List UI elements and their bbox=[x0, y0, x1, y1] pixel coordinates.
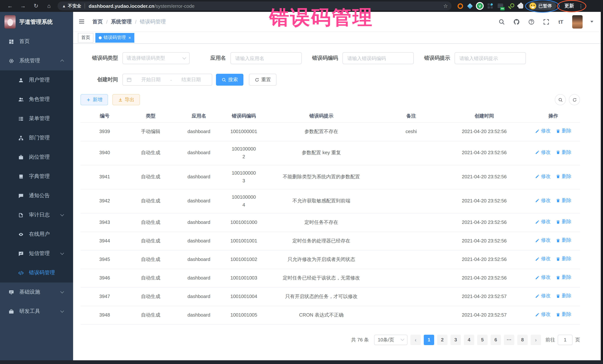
page-button-8[interactable]: 8 bbox=[517, 334, 528, 345]
sidebar-item-notice[interactable]: 通知公告 bbox=[0, 186, 73, 205]
sidebar-item-infrastructure[interactable]: 基础设施 bbox=[0, 282, 73, 302]
sidebar-item-label: 部门管理 bbox=[29, 134, 50, 141]
cell-error-code: 1001000004 bbox=[225, 189, 262, 213]
app-title: 芋道管理系统 bbox=[19, 18, 53, 25]
end-date-placeholder: 结束日期 bbox=[174, 76, 208, 83]
forward-icon[interactable]: → bbox=[20, 0, 26, 12]
edit-link[interactable]: 修改 bbox=[535, 173, 551, 180]
delete-link[interactable]: 删除 bbox=[556, 292, 571, 300]
sidebar-item-dept-management[interactable]: 部门管理 bbox=[0, 128, 73, 147]
delete-link[interactable]: 删除 bbox=[556, 149, 571, 156]
edit-link[interactable]: 修改 bbox=[535, 292, 551, 300]
bookmark-star-icon[interactable]: ☆ bbox=[443, 3, 448, 9]
breadcrumb-item[interactable]: 首页 bbox=[93, 18, 103, 25]
extension-green-v-icon[interactable]: V bbox=[477, 3, 483, 9]
prev-page-button[interactable]: ‹ bbox=[410, 334, 421, 345]
fullscreen-icon[interactable] bbox=[543, 18, 550, 25]
search-icon[interactable] bbox=[498, 18, 505, 25]
cell-type: 自动生成 bbox=[129, 141, 173, 165]
edit-link[interactable]: 修改 bbox=[535, 237, 551, 244]
error-hint-input[interactable] bbox=[454, 52, 526, 64]
dev-tools-icon bbox=[8, 309, 14, 314]
edit-link[interactable]: 修改 bbox=[535, 149, 551, 156]
delete-link[interactable]: 删除 bbox=[556, 127, 571, 135]
sidebar-item-dev-tools[interactable]: 研发工具 bbox=[0, 302, 73, 321]
app-name-input[interactable] bbox=[231, 52, 302, 64]
refresh-table-button[interactable] bbox=[569, 94, 580, 105]
delete-link[interactable]: 删除 bbox=[556, 255, 571, 263]
goto-page-input[interactable] bbox=[558, 334, 573, 345]
sidebar-item-dict-management[interactable]: 字典管理 bbox=[0, 167, 73, 186]
back-icon[interactable]: ← bbox=[7, 0, 13, 12]
window-scrollbar[interactable] bbox=[601, 12, 603, 360]
sidebar-item-online-user[interactable]: 在线用户 bbox=[0, 225, 73, 244]
add-button[interactable]: 新增 bbox=[81, 94, 108, 105]
reload-icon[interactable]: ↻ bbox=[33, 0, 39, 12]
browser-menu-icon[interactable]: ⋮ bbox=[579, 3, 583, 9]
breadcrumb-item[interactable]: 系统管理 bbox=[111, 18, 132, 25]
close-tab-icon[interactable]: × bbox=[128, 35, 131, 40]
sidebar-item-error-code-management[interactable]: 错误码管理 bbox=[0, 263, 73, 282]
extension-squares-icon[interactable] bbox=[487, 3, 493, 9]
address-bar[interactable]: ▲ 不安全 dashboard.yudao.iocoder.cn/system/… bbox=[58, 1, 452, 10]
error-code-input[interactable] bbox=[343, 52, 414, 64]
github-icon[interactable] bbox=[513, 18, 520, 25]
edit-link[interactable]: 修改 bbox=[535, 311, 551, 319]
sidebar-item-post-management[interactable]: 岗位管理 bbox=[0, 147, 73, 167]
sidebar-item-sms-management[interactable]: 短信管理 bbox=[0, 244, 73, 263]
tab-error-code[interactable]: 错误码管理× bbox=[95, 33, 134, 43]
extension-blue-gem-icon[interactable] bbox=[468, 4, 472, 8]
sidebar-item-user-management[interactable]: 用户管理 bbox=[0, 70, 73, 90]
error-type-select[interactable]: 请选择错误码类型 bbox=[122, 52, 190, 64]
sidebar-item-role-management[interactable]: 角色管理 bbox=[0, 90, 73, 109]
page-button-3[interactable]: 3 bbox=[451, 334, 461, 345]
edit-link[interactable]: 修改 bbox=[535, 197, 551, 205]
extension-key-icon[interactable] bbox=[508, 3, 514, 9]
export-button[interactable]: 导出 bbox=[112, 94, 140, 105]
home-icon[interactable]: ⌂ bbox=[46, 0, 52, 12]
delete-link[interactable]: 删除 bbox=[556, 311, 571, 319]
cell-error-code: 1001001002 bbox=[225, 250, 262, 269]
extension-on-badge-icon[interactable]: on bbox=[498, 4, 503, 8]
update-button[interactable]: 更新 bbox=[564, 3, 574, 9]
extension-puzzle-icon[interactable] bbox=[518, 3, 523, 8]
cell-error-hint: 定时任务已经处于该状态，无需修改 bbox=[262, 269, 380, 287]
sidebar-logo-row[interactable]: 芋道管理系统 bbox=[0, 12, 73, 32]
delete-link[interactable]: 删除 bbox=[556, 274, 571, 282]
sidebar-item-home[interactable]: 首页 bbox=[0, 32, 73, 51]
page-button-2[interactable]: 2 bbox=[437, 334, 448, 345]
profile-paused-chip[interactable]: 已暂停 bbox=[528, 1, 556, 10]
edit-link[interactable]: 修改 bbox=[535, 218, 551, 226]
search-button[interactable]: 搜索 bbox=[216, 74, 244, 86]
create-time-range-picker[interactable]: 开始日期 - 结束日期 bbox=[122, 74, 212, 86]
page-size-select[interactable]: 10条/页 bbox=[374, 334, 407, 345]
hamburger-icon[interactable] bbox=[78, 18, 86, 25]
table-row: 3942自动生成dashboard1001000004不允许获取敏感配置到前端2… bbox=[81, 189, 580, 213]
edit-link[interactable]: 修改 bbox=[535, 127, 551, 135]
chevron-down-icon bbox=[60, 213, 64, 216]
page-button-4[interactable]: 4 bbox=[464, 334, 474, 345]
delete-link[interactable]: 删除 bbox=[556, 197, 571, 205]
reset-button[interactable]: 重置 bbox=[249, 74, 277, 86]
delete-link[interactable]: 删除 bbox=[556, 173, 571, 180]
page-button-1[interactable]: 1 bbox=[424, 334, 434, 345]
user-avatar[interactable] bbox=[572, 15, 583, 28]
edit-link[interactable]: 修改 bbox=[535, 274, 551, 282]
tab-home[interactable]: 首页 bbox=[78, 33, 93, 43]
sidebar-item-menu-management[interactable]: 菜单管理 bbox=[0, 109, 73, 128]
page-button-6[interactable]: 6 bbox=[491, 334, 501, 345]
sidebar-item-system-management[interactable]: 系统管理 bbox=[0, 51, 73, 70]
edit-link[interactable]: 修改 bbox=[535, 255, 551, 263]
delete-link[interactable]: 删除 bbox=[556, 218, 571, 226]
avatar-caret-down-icon[interactable] bbox=[590, 21, 593, 22]
help-icon[interactable] bbox=[528, 18, 535, 25]
page-button-5[interactable]: 5 bbox=[477, 334, 487, 345]
sidebar-item-audit-log[interactable]: 审计日志 bbox=[0, 205, 73, 225]
next-page-button[interactable]: › bbox=[531, 334, 541, 345]
font-size-icon[interactable]: tT bbox=[557, 18, 564, 25]
table-row: 3947自动生成dashboard1001001004只有开启状态的任务，才可以… bbox=[81, 287, 580, 306]
delete-link[interactable]: 删除 bbox=[556, 237, 571, 244]
toggle-search-button[interactable] bbox=[555, 94, 566, 105]
extension-orange-ring-icon[interactable] bbox=[458, 3, 463, 9]
gear-icon bbox=[8, 58, 14, 64]
